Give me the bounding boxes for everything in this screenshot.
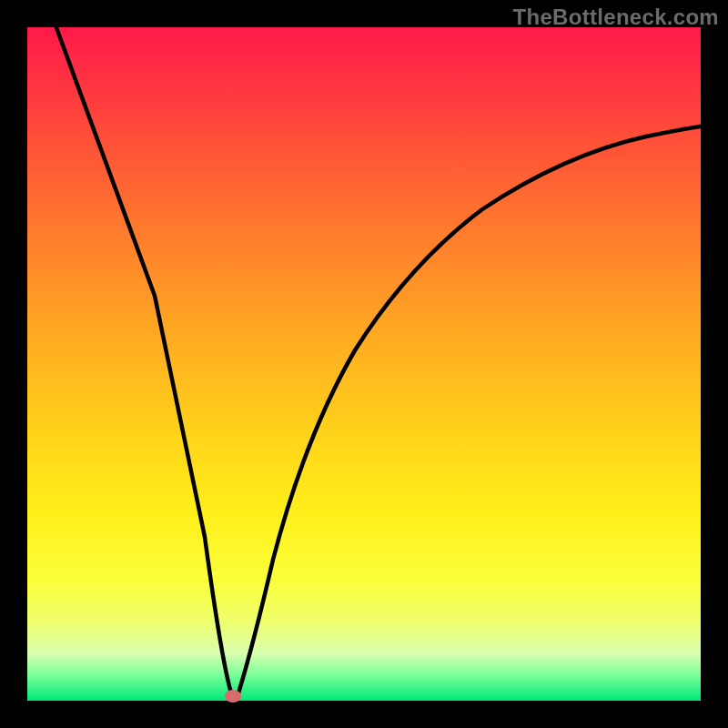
plot-area <box>27 27 701 701</box>
curve-right <box>238 126 705 696</box>
attribution-text: TheBottleneck.com <box>513 5 719 30</box>
chart-frame: TheBottleneck.com <box>0 0 728 728</box>
curve-left <box>55 23 232 696</box>
minimum-marker <box>225 690 241 703</box>
bottleneck-curve <box>27 27 701 701</box>
